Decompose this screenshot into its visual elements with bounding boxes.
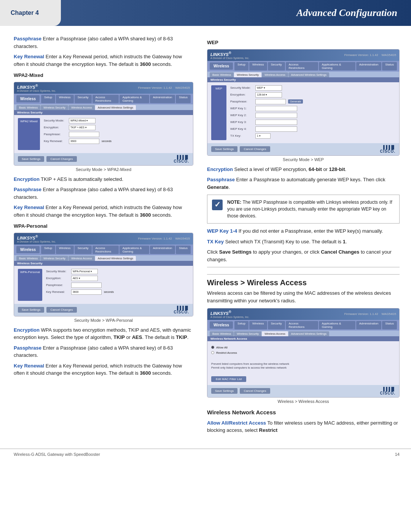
rs-tab-advanced[interactable]: Advanced Wireless Settings — [95, 105, 136, 110]
wep-rs-tabs: Basic Wireless Wireless Security Wireles… — [207, 72, 399, 77]
wa-cancel-btn[interactable]: Cancel Changes — [240, 388, 270, 394]
wpa-rs-access[interactable]: Access Restrictions — [92, 246, 119, 254]
wep-pass-input[interactable] — [255, 99, 286, 104]
wpa2-caption: Security Mode > WPA2-Mixed — [14, 167, 193, 172]
rs-tab-wireless-access[interactable]: Wireless Access — [68, 105, 95, 110]
wpa2-enc-term: Encryption — [14, 176, 40, 182]
rs-save-btn[interactable]: Save Settings — [18, 156, 44, 162]
rs-tab-wireless-security[interactable]: Wireless Security — [41, 105, 68, 110]
divider — [207, 267, 400, 267]
rs-key-input[interactable]: 3600 — [69, 139, 99, 144]
wpa-rs-tab-adv[interactable]: Advanced Wireless Settings — [95, 256, 136, 261]
wep-enc-select[interactable]: 128-bit ▾ — [255, 92, 282, 97]
rs-admin[interactable]: Administration — [150, 95, 175, 103]
wpa-rs-admin[interactable]: Administration — [150, 246, 175, 254]
wep-passphrase-p: Passphrase Enter a Passphrase to automat… — [207, 176, 400, 191]
wa-edit-list-btn[interactable]: Edit MAC Filter List — [211, 376, 246, 382]
wpa-rs-status[interactable]: Status — [176, 246, 191, 254]
save-bold: Save Settings — [219, 249, 252, 255]
wpa-mode-select[interactable]: WPA-Personal ▾ — [71, 269, 98, 274]
wa-tab-sec[interactable]: Wireless Security — [234, 331, 261, 336]
wep-enc-b1: 64-bit — [309, 166, 322, 172]
rs-wireless-label: Wireless — [16, 95, 40, 102]
wa-rs-footer: Save Settings Cancel Changes ▐▐▐▐▌ CISCO… — [207, 385, 399, 397]
rs-security[interactable]: Security — [75, 95, 92, 103]
wep-pass-text2: . — [228, 184, 230, 190]
wep-txkey-select[interactable]: 1 ▾ — [255, 133, 271, 139]
rs-mode-select[interactable]: WPA2-Mixed ▾ — [69, 118, 96, 123]
wep-nav-admin[interactable]: Administration — [356, 62, 382, 70]
wep-nav-wireless[interactable]: Wireless — [249, 62, 267, 70]
wep-key1-input[interactable] — [255, 106, 297, 111]
footer-right: 14 — [395, 452, 400, 457]
wa-nav-wireless[interactable]: Wireless — [249, 321, 267, 329]
wpa-rs-tab-sec[interactable]: Wireless Security — [41, 256, 68, 261]
wep-tab-adv[interactable]: Advanced Wireless Settings — [288, 72, 329, 77]
wa-tab-access[interactable]: Wireless Access — [262, 331, 288, 336]
rs-access[interactable]: Access Restrictions — [92, 95, 119, 103]
rs-pass-input[interactable] — [69, 132, 99, 137]
rs-setup[interactable]: Setup — [41, 95, 55, 103]
wep-nav-security[interactable]: Security — [268, 62, 285, 70]
wpa-mode-row: Security Mode: WPA-Personal ▾ — [46, 269, 189, 274]
note-box: ✓ NOTE: The WEP Passphrase is compatible… — [207, 195, 400, 224]
rs-status[interactable]: Status — [176, 95, 191, 103]
rs-wireless[interactable]: Wireless — [56, 95, 74, 103]
wpa-rs-apps[interactable]: Applications & Gaming — [119, 246, 149, 254]
wa-nav-access[interactable]: Access Restrictions — [286, 321, 318, 329]
wep-cancel-btn[interactable]: Cancel Changes — [240, 146, 270, 152]
wep-rs-header: LINKSYS® A Division of Cisco Systems, In… — [207, 50, 399, 61]
wep-tab-access[interactable]: Wireless Access — [262, 72, 288, 77]
wep-nav-status[interactable]: Status — [382, 62, 397, 70]
rs-apps[interactable]: Applications & Gaming — [119, 95, 149, 103]
wpa-save-btn[interactable]: Save Settings — [18, 307, 44, 313]
wa-nav-status[interactable]: Status — [382, 321, 397, 329]
wpa-rs-product-bar: Wireless Setup Wireless Security Access … — [14, 244, 193, 255]
wa-tab-adv[interactable]: Advanced Wireless Settings — [288, 331, 329, 336]
wpa-enc-select[interactable]: AES ▾ — [71, 276, 98, 281]
wep-nav-access[interactable]: Access Restrictions — [286, 62, 318, 70]
wa-allow-radio[interactable] — [211, 346, 214, 349]
wa-nav-security[interactable]: Security — [268, 321, 285, 329]
wa-restrict-label: Restrict Access — [216, 351, 237, 355]
wep-mode-select[interactable]: WEP ▾ — [255, 85, 282, 91]
wpa-rs-security[interactable]: Security — [75, 246, 92, 254]
wa-desc-1: Prevent listed computers from accessing … — [211, 362, 395, 366]
wep-key3-input[interactable] — [255, 120, 297, 125]
wpa-pass-term2: Passphrase — [14, 345, 41, 351]
wep-tab-security[interactable]: Wireless Security — [234, 72, 261, 77]
wa-tab-basic[interactable]: Basic Wireless — [210, 331, 234, 336]
footer-left: Wireless-G ADSL Gateway with SpeedBooste… — [14, 452, 100, 457]
rs-key-unit: seconds — [102, 140, 112, 142]
wpa-rs-tab-basic[interactable]: Basic Wireless — [16, 256, 40, 261]
wpa-key-input[interactable]: 3600 — [71, 289, 102, 295]
wpa-enc-default: . The default is — [142, 334, 176, 340]
wpa-rs-wireless[interactable]: Wireless — [56, 246, 74, 254]
wa-nav-admin[interactable]: Administration — [356, 321, 382, 329]
wep-tab-basic[interactable]: Basic Wireless — [210, 72, 234, 77]
wep-rs-sub: A Division of Cisco Systems, Inc. — [210, 57, 249, 59]
wep-generate-btn[interactable]: Generate — [288, 99, 303, 104]
wep-nav-apps[interactable]: Applications & Gaming — [319, 62, 355, 70]
wpa-pass-input[interactable] — [71, 283, 102, 288]
wpa-rs-setup[interactable]: Setup — [41, 246, 55, 254]
wep-nav-setup[interactable]: Setup — [234, 62, 249, 70]
wa-nav-apps[interactable]: Applications & Gaming — [319, 321, 355, 329]
rs-cancel-btn[interactable]: Cancel Changes — [46, 156, 76, 162]
wa-desc-2: Permit only listed computers to access t… — [211, 366, 395, 370]
rs-enc-select[interactable]: TKIP + AES ▾ — [69, 125, 96, 130]
wpa-rs-tab-access[interactable]: Wireless Access — [68, 256, 95, 261]
wireless-network-heading: Wireless Network Access — [207, 409, 400, 415]
wep-key2-input[interactable] — [255, 113, 297, 118]
rs-product-bar: Wireless Setup Wireless Security Access … — [14, 94, 193, 104]
wpa-cancel-btn[interactable]: Cancel Changes — [46, 307, 76, 313]
main-content: Passphrase Enter a Passphrase (also call… — [0, 26, 411, 445]
wa-save-btn[interactable]: Save Settings — [211, 388, 237, 394]
rs-tab-basic[interactable]: Basic Wireless — [16, 105, 40, 110]
wpa2-pass-term: Passphrase — [14, 187, 41, 192]
wep-enc-term: Encryption — [207, 166, 233, 172]
wep-save-btn[interactable]: Save Settings — [211, 146, 237, 152]
wa-nav-setup[interactable]: Setup — [234, 321, 249, 329]
wa-restrict-radio[interactable] — [211, 351, 214, 354]
wep-key4-input[interactable] — [255, 126, 297, 132]
